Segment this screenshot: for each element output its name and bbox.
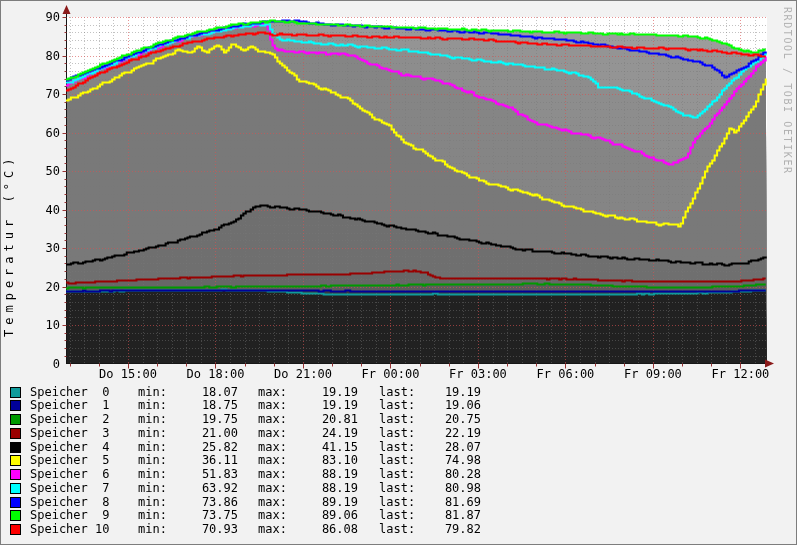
y-tick-label: 20 bbox=[21, 280, 60, 294]
x-tick-label: Fr 12:00 bbox=[690, 367, 790, 381]
y-tick-label: 70 bbox=[21, 87, 60, 101]
chart-canvas bbox=[1, 1, 797, 545]
y-tick-label: 40 bbox=[21, 203, 60, 217]
x-tick-label: Fr 06:00 bbox=[515, 367, 615, 381]
watermark-rrdtool: RRDTOOL / TOBI OETIKER bbox=[782, 7, 793, 175]
y-axis-title: Temperatur (°C) bbox=[2, 154, 16, 337]
y-tick-label: 0 bbox=[21, 357, 60, 371]
x-tick-label: Do 15:00 bbox=[78, 367, 178, 381]
y-tick-label: 60 bbox=[21, 126, 60, 140]
y-tick-label: 10 bbox=[21, 318, 60, 332]
y-tick-label: 30 bbox=[21, 241, 60, 255]
y-tick-label: 50 bbox=[21, 164, 60, 178]
rrdtool-graph-window: Temperatur (°C) RRDTOOL / TOBI OETIKER 0… bbox=[0, 0, 797, 545]
y-tick-label: 90 bbox=[21, 10, 60, 24]
x-tick-label: Do 18:00 bbox=[165, 367, 265, 381]
y-tick-label: 80 bbox=[21, 49, 60, 63]
x-tick-label: Do 21:00 bbox=[253, 367, 353, 381]
x-tick-label: Fr 09:00 bbox=[603, 367, 703, 381]
x-tick-label: Fr 00:00 bbox=[340, 367, 440, 381]
x-tick-label: Fr 03:00 bbox=[428, 367, 528, 381]
